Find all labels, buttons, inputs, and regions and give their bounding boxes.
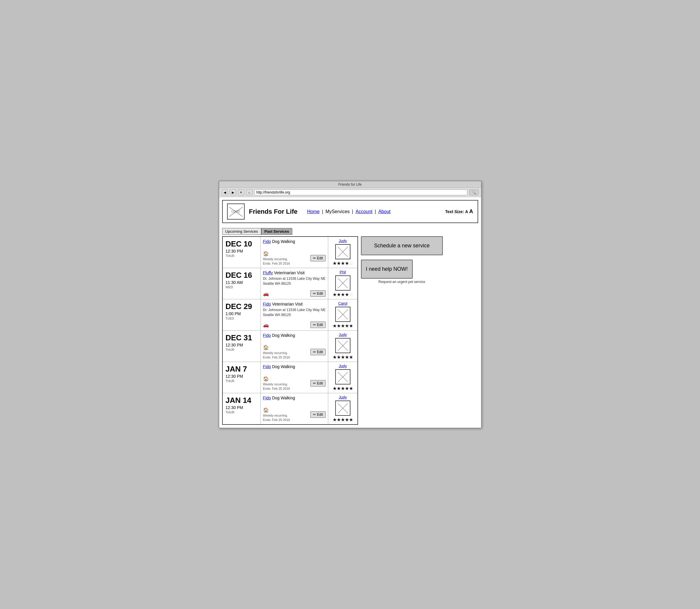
- schedule-service-button[interactable]: Schedule a new service: [361, 236, 443, 255]
- star-filled: ★: [337, 354, 341, 360]
- nav-home[interactable]: Home: [305, 209, 322, 214]
- service-name-line: Fido Dog Walking: [263, 396, 326, 400]
- edit-button[interactable]: ✏ Edit: [310, 290, 326, 297]
- urgent-subtext: Request an urgent pet service: [361, 280, 443, 284]
- home-button[interactable]: ⌂: [246, 189, 252, 195]
- star-filled: ★: [345, 386, 349, 391]
- star-filled: ★: [333, 386, 337, 391]
- text-size-label: Text Size:: [445, 209, 464, 214]
- tab-past[interactable]: Past Services: [261, 228, 293, 235]
- caregiver-cell: Judy★★★★★: [328, 362, 357, 393]
- service-details-cell: Fido Dog Walking🏠Weekly recurring. Ends:…: [261, 362, 328, 393]
- star-filled: ★: [341, 354, 345, 360]
- nav-myservices[interactable]: MyServices: [323, 209, 352, 214]
- edit-button[interactable]: ✏ Edit: [310, 380, 326, 386]
- star-filled: ★: [333, 261, 337, 266]
- site-header: LOGO Friends For Life Home | MyServices …: [222, 200, 478, 223]
- rating-stars: ★★★★★: [333, 417, 353, 422]
- service-row: DEC 16 11:30 AM WED Fluffy Veterinarian …: [223, 268, 357, 299]
- service-name-line: Fluffy Veterinarian Visit: [263, 271, 326, 275]
- star-filled: ★: [345, 261, 349, 266]
- pet-link[interactable]: Fluffy: [263, 271, 273, 275]
- edit-button[interactable]: ✏ Edit: [310, 255, 326, 261]
- nav-about[interactable]: About: [376, 209, 393, 214]
- home-icon: 🏠: [263, 376, 290, 382]
- date-cell: JAN 7 12:30 PM THUR: [223, 362, 261, 393]
- caregiver-cell: Phil★★★★☆: [328, 268, 357, 299]
- recurring-text: Weekly recurring. Ends: Feb 25 2016: [263, 382, 290, 390]
- caregiver-avatar: [335, 338, 350, 353]
- edit-button[interactable]: ✏ Edit: [310, 349, 326, 355]
- address-bar[interactable]: [254, 189, 467, 195]
- rating-stars: ★★★★★: [333, 386, 353, 391]
- search-button[interactable]: 🔍: [469, 189, 479, 195]
- pet-link[interactable]: Fido: [263, 302, 271, 307]
- service-type: Veterinarian Visit: [272, 302, 303, 307]
- service-footer: 🚗✏ Edit: [263, 321, 326, 328]
- home-icon: 🏠: [263, 345, 290, 350]
- date-cell: DEC 16 11:30 AM WED: [223, 268, 261, 299]
- text-size-control: Text Size: A A: [445, 208, 473, 214]
- caregiver-link[interactable]: Phil: [339, 270, 346, 274]
- caregiver-link[interactable]: Judy: [339, 239, 347, 243]
- browser-titlebar: Friends for Life: [219, 181, 481, 188]
- car-icon: 🚗: [263, 291, 269, 296]
- date-cell: DEC 10 12:30 PM THUR: [223, 237, 261, 268]
- service-row: DEC 29 1:00 PM TUES Fido Veterinarian Vi…: [223, 299, 357, 331]
- pet-link[interactable]: Fido: [263, 333, 271, 338]
- star-filled: ★: [333, 292, 337, 297]
- caregiver-cell: Carol★★★★★: [328, 299, 357, 330]
- star-filled: ★: [349, 417, 353, 422]
- service-list-panel: DEC 10 12:30 PM THUR Fido Dog Walking🏠We…: [222, 236, 358, 425]
- date-weekday: THUR: [226, 411, 258, 414]
- rating-stars: ★★★★★: [333, 354, 353, 360]
- service-details-cell: Fido Dog Walking🏠Weekly recurring. Ends:…: [261, 237, 328, 268]
- urgent-help-button[interactable]: I need help NOW!: [361, 260, 413, 279]
- date-month-day: DEC 31: [226, 334, 258, 342]
- nav-account[interactable]: Account: [353, 209, 375, 214]
- browser-content: LOGO Friends For Life Home | MyServices …: [219, 197, 481, 428]
- edit-button[interactable]: ✏ Edit: [310, 321, 326, 328]
- star-filled: ★: [333, 417, 337, 422]
- star-filled: ★: [349, 323, 353, 329]
- caregiver-avatar: [335, 369, 350, 384]
- text-size-large[interactable]: A: [469, 208, 473, 214]
- back-button[interactable]: ◀: [222, 189, 228, 195]
- service-footer: 🏠Weekly recurring. Ends: Feb 25 2016✏ Ed…: [263, 251, 326, 265]
- date-cell: DEC 31 12:30 PM THUR: [223, 331, 261, 362]
- star-filled: ★: [349, 354, 353, 360]
- date-weekday: WED: [226, 285, 258, 289]
- pet-link[interactable]: Fido: [263, 239, 271, 244]
- caregiver-cell: Judy★★★★★: [328, 331, 357, 362]
- service-type: Dog Walking: [272, 333, 295, 338]
- date-weekday: THUR: [226, 379, 258, 383]
- service-footer: 🏠Weekly recurring. Ends: Feb 25 2016✏ Ed…: [263, 376, 326, 390]
- pet-link[interactable]: Fido: [263, 364, 271, 369]
- service-type: Dog Walking: [272, 239, 295, 244]
- date-weekday: TUES: [226, 317, 258, 320]
- date-cell: DEC 29 1:00 PM TUES: [223, 299, 261, 330]
- service-details-cell: Fluffy Veterinarian VisitDr. Johnson at …: [261, 268, 328, 299]
- caregiver-avatar: [335, 401, 350, 416]
- date-time: 1:00 PM: [226, 311, 258, 316]
- star-filled: ★: [345, 354, 349, 360]
- stop-button[interactable]: ✕: [238, 189, 244, 195]
- caregiver-link[interactable]: Judy: [339, 332, 347, 337]
- date-month-day: DEC 10: [226, 240, 258, 248]
- tab-upcoming[interactable]: Upcoming Services: [222, 228, 261, 235]
- service-type: Dog Walking: [272, 364, 295, 369]
- pet-link[interactable]: Fido: [263, 396, 271, 400]
- caregiver-cell: Judy★★★★☆: [328, 237, 357, 268]
- edit-button[interactable]: ✏ Edit: [310, 411, 326, 418]
- star-filled: ★: [337, 323, 341, 329]
- forward-button[interactable]: ▶: [230, 189, 236, 195]
- date-time: 12:30 PM: [226, 343, 258, 347]
- caregiver-link[interactable]: Carol: [338, 301, 347, 306]
- text-size-small[interactable]: A: [465, 209, 468, 214]
- date-cell: JAN 14 12:30 PM THUR: [223, 393, 261, 424]
- car-icon: 🚗: [263, 322, 269, 328]
- caregiver-link[interactable]: Judy: [339, 395, 347, 399]
- caregiver-link[interactable]: Judy: [339, 364, 347, 368]
- date-weekday: THUR: [226, 254, 258, 258]
- service-row: DEC 10 12:30 PM THUR Fido Dog Walking🏠We…: [223, 237, 357, 268]
